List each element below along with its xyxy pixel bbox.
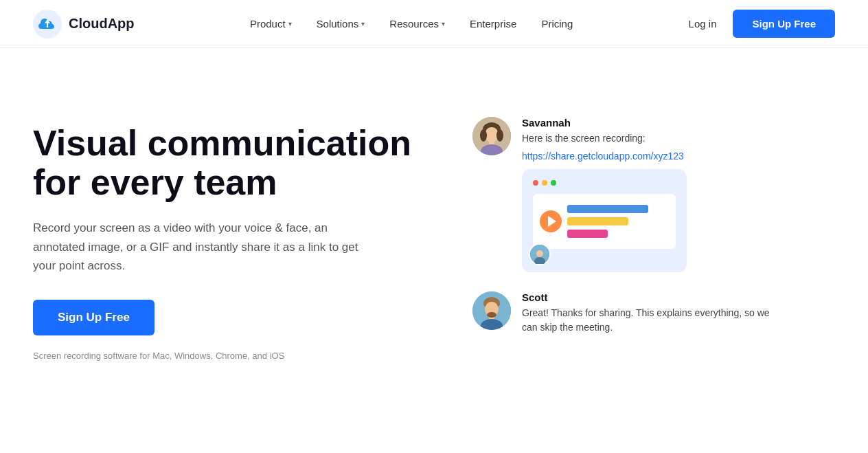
chevron-down-icon: ▾ <box>361 20 365 27</box>
svg-point-17 <box>487 312 496 318</box>
nav-links: Product ▾ Solutions ▾ Resources ▾ Enterp… <box>250 18 573 30</box>
nav-signup-button[interactable]: Sign Up Free <box>733 10 835 38</box>
login-link[interactable]: Log in <box>689 18 717 30</box>
svg-point-10 <box>536 250 543 257</box>
preview-screen <box>533 194 676 249</box>
hero-subtitle: Record your screen as a video with your … <box>33 219 376 275</box>
message-text-savannah: Here is the screen recording: <box>522 131 775 146</box>
hero-title: Visual communication for every team <box>33 124 431 202</box>
bar-pink <box>567 230 608 238</box>
message-name-savannah: Savannah <box>522 117 775 129</box>
dot-yellow <box>542 180 547 186</box>
bar-yellow <box>567 217 628 225</box>
avatar-scott <box>472 291 511 330</box>
preview-card <box>522 169 687 272</box>
message-text-scott: Great! Thanks for sharing. This explains… <box>522 306 775 335</box>
nav-resources[interactable]: Resources ▾ <box>389 18 445 30</box>
nav-pricing[interactable]: Pricing <box>541 18 573 30</box>
message-body-savannah: Savannah Here is the screen recording: h… <box>522 117 775 272</box>
logo-link[interactable]: CloudApp <box>33 10 135 38</box>
window-dots <box>533 180 676 186</box>
hero-illustration: Savannah Here is the screen recording: h… <box>472 103 775 339</box>
chevron-down-icon: ▾ <box>288 20 292 27</box>
play-icon <box>548 216 556 227</box>
nav-solutions[interactable]: Solutions ▾ <box>317 18 365 30</box>
dot-green <box>551 180 556 186</box>
chat-messages: Savannah Here is the screen recording: h… <box>472 117 775 339</box>
nav-product[interactable]: Product ▾ <box>250 18 292 30</box>
dot-red <box>533 180 538 186</box>
hero-note: Screen recording software for Mac, Windo… <box>33 351 431 361</box>
message-link-savannah[interactable]: https://share.getcloudapp.com/xyz123 <box>522 151 684 162</box>
svg-point-7 <box>480 129 487 142</box>
hero-section: Visual communication for every team Reco… <box>0 48 868 453</box>
nav-actions: Log in Sign Up Free <box>689 10 835 38</box>
navbar: CloudApp Product ▾ Solutions ▾ Resources… <box>0 0 868 48</box>
logo-text: CloudApp <box>69 16 135 32</box>
play-button[interactable] <box>540 210 562 232</box>
bar-blue <box>567 205 648 213</box>
message-name-scott: Scott <box>522 291 775 303</box>
chat-message-savannah: Savannah Here is the screen recording: h… <box>472 117 775 272</box>
cloudapp-logo-icon <box>33 10 62 38</box>
chevron-down-icon: ▾ <box>442 20 445 27</box>
hero-signup-button[interactable]: Sign Up Free <box>33 300 155 335</box>
preview-avatar <box>529 243 551 265</box>
svg-point-8 <box>496 129 503 142</box>
nav-enterprise[interactable]: Enterprise <box>470 18 516 30</box>
hero-content: Visual communication for every team Reco… <box>33 103 431 361</box>
svg-point-4 <box>485 127 499 142</box>
progress-bars <box>567 205 669 238</box>
avatar-savannah <box>472 117 511 155</box>
chat-message-scott: Scott Great! Thanks for sharing. This ex… <box>472 291 775 339</box>
message-body-scott: Scott Great! Thanks for sharing. This ex… <box>522 291 775 339</box>
